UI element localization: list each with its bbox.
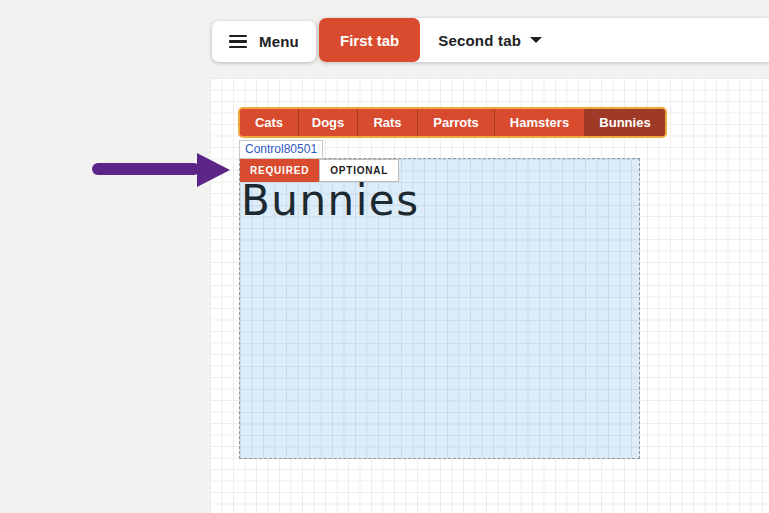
pet-tab-hamsters[interactable]: Hamsters	[495, 109, 585, 136]
hamburger-icon	[229, 35, 247, 49]
pet-tab-cats[interactable]: Cats	[240, 109, 299, 136]
designer-page: Menu First tab Second tab Cats Dogs Rats…	[0, 0, 769, 513]
control-id-label[interactable]: Control80501	[239, 140, 323, 159]
tab-first[interactable]: First tab	[319, 18, 420, 62]
annotation-arrow-tail	[92, 163, 200, 175]
pet-tab-dogs[interactable]: Dogs	[299, 109, 358, 136]
pet-tab-bar: Cats Dogs Rats Parrots Hamsters Bunnies	[238, 107, 667, 138]
tab-first-label: First tab	[340, 32, 399, 49]
tab-second-label: Second tab	[438, 32, 521, 49]
menu-button-label: Menu	[259, 33, 299, 50]
chevron-down-icon	[530, 37, 542, 43]
bunnies-heading[interactable]: Bunnies	[241, 180, 420, 222]
tab-second[interactable]: Second tab	[438, 32, 542, 49]
pet-tab-parrots[interactable]: Parrots	[418, 109, 495, 136]
top-tabstrip: First tab Second tab	[319, 18, 769, 62]
pet-tab-bunnies[interactable]: Bunnies	[585, 109, 665, 136]
pet-tab-rats[interactable]: Rats	[358, 109, 418, 136]
annotation-arrow-icon	[197, 153, 230, 187]
menu-button[interactable]: Menu	[212, 21, 316, 62]
